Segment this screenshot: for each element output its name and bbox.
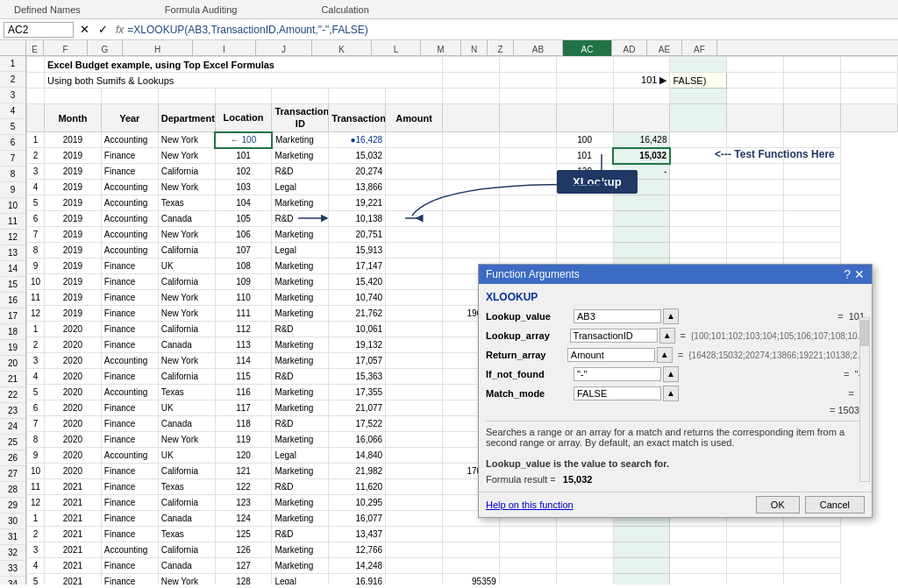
- dialog-row-lookup-value: Lookup_value ▲ = 101: [486, 308, 865, 324]
- row-num-33: 33: [0, 561, 25, 577]
- row-num-23: 23: [0, 403, 25, 419]
- row-num-25: 25: [0, 435, 25, 450]
- header-amount: Amount: [386, 104, 443, 132]
- header-txn-id: TransactionID: [272, 104, 329, 132]
- dialog-eq-match-mode: =: [848, 388, 853, 399]
- row-num-15: 15: [0, 277, 25, 293]
- dialog-input-lookup-array[interactable]: [570, 329, 658, 343]
- false-cell[interactable]: FALSE): [670, 73, 727, 89]
- dialog-input-match-mode[interactable]: [574, 386, 661, 400]
- col-header-J[interactable]: J: [256, 40, 312, 56]
- row-num-26: 26: [0, 450, 25, 466]
- col-header-AF[interactable]: AF: [682, 40, 717, 56]
- dialog-val-lookup-array: {100;101;102;103;104;105;106;107;108;10.…: [691, 331, 865, 341]
- dialog-input-btn-match-mode[interactable]: ▲: [663, 386, 679, 401]
- dialog-input-btn-if-not-found[interactable]: ▲: [663, 366, 679, 382]
- table-row: 3 2019 Finance California 102 R&D 20,274…: [27, 164, 898, 180]
- header-account: Transaction ID: [329, 104, 386, 132]
- dialog-close-btn[interactable]: ✕: [854, 268, 865, 280]
- function-arguments-dialog: Function Arguments ? ✕ XLOOKUP Lookup_va…: [478, 264, 873, 518]
- xlookup-box: XLookup: [557, 170, 638, 194]
- table-row: 5 2021 Finance New York 128 Legal 16,916…: [27, 574, 898, 585]
- dialog-ok-btn[interactable]: OK: [756, 496, 800, 514]
- row-num-27: 27: [0, 466, 25, 482]
- row-num-9: 9: [0, 182, 25, 198]
- dialog-eq-if-not-found: =: [844, 369, 849, 379]
- dialog-title-bar: Function Arguments ? ✕: [479, 265, 872, 284]
- col-header-H[interactable]: H: [123, 40, 193, 56]
- confirm-formula-btn[interactable]: ✓: [96, 22, 110, 37]
- dialog-label-if-not-found: If_not_found: [486, 369, 574, 379]
- table-row: 2 2021 Finance Texas 125 R&D 13,437: [27, 527, 898, 542]
- col-header-AE[interactable]: AE: [647, 40, 682, 56]
- header-month: Month: [45, 104, 102, 132]
- dialog-result-row: Formula result = 15,032: [486, 474, 865, 485]
- dialog-eq-return-array: =: [678, 350, 683, 360]
- dialog-help-link[interactable]: Help on this function: [486, 499, 574, 510]
- dialog-eq-lookup-array: =: [681, 330, 686, 341]
- ribbon-tab-calculation[interactable]: Calculation: [314, 3, 375, 17]
- col-header-I[interactable]: I: [193, 40, 256, 56]
- col-header-E[interactable]: E: [26, 40, 44, 56]
- dialog-description: Searches a range or an array for a match…: [486, 421, 865, 469]
- col-header-F[interactable]: F: [44, 40, 88, 56]
- dialog-input-btn-lookup-array[interactable]: ▲: [659, 328, 675, 344]
- dialog-input-btn-return-array[interactable]: ▲: [657, 347, 673, 363]
- col-header-AC[interactable]: AC: [563, 40, 612, 56]
- row-num-7: 7: [0, 151, 25, 166]
- ribbon-tab-defined-names[interactable]: Defined Names: [7, 3, 88, 17]
- table-row: 4 2021 Finance Canada 127 Marketing 14,2…: [27, 558, 898, 574]
- row-num-5: 5: [0, 119, 25, 135]
- row-spacer-test: [27, 89, 898, 104]
- name-box[interactable]: [4, 22, 74, 38]
- ribbon-tab-formula-auditing[interactable]: Formula Auditing: [158, 3, 245, 17]
- dialog-input-return-array[interactable]: [567, 348, 655, 362]
- row-num-31: 31: [0, 529, 25, 545]
- title-row-2: Using both Sumifs & Lookups 101 ▶ FALSE): [27, 73, 898, 89]
- row-num-29: 29: [0, 498, 25, 514]
- col-header-M[interactable]: M: [421, 40, 461, 56]
- title-text-1: Excel Budget example, using Top Excel Fo…: [45, 57, 443, 73]
- table-row: 7 2019 Accounting New York 106 Marketing…: [27, 227, 898, 243]
- row-num-17: 17: [0, 308, 25, 324]
- col-header-G[interactable]: G: [88, 40, 123, 56]
- table-row: 4 2019 Accounting New York 103 Legal 13,…: [27, 180, 898, 195]
- row-num-16: 16: [0, 293, 25, 308]
- cancel-formula-btn[interactable]: ✕: [77, 22, 92, 37]
- row-num-19: 19: [0, 340, 25, 356]
- subtotal-2021: 95359: [443, 574, 500, 585]
- table-row: 1 2019 Accounting New York ← 100 Marketi…: [27, 132, 898, 148]
- dialog-input-if-not-found[interactable]: [574, 367, 661, 381]
- test-label: <--- Test Functions Here: [715, 148, 835, 160]
- col-header-N[interactable]: N: [461, 40, 488, 56]
- row-num-18: 18: [0, 324, 25, 340]
- row-num-28: 28: [0, 482, 25, 498]
- row-num-10: 10: [0, 198, 25, 214]
- row-num-32: 32: [0, 545, 25, 561]
- dialog-cancel-btn[interactable]: Cancel: [805, 496, 865, 514]
- dialog-title-text: Function Arguments: [486, 268, 580, 280]
- dialog-row-lookup-array: Lookup_array ▲ = {100;101;102;103;104;10…: [486, 328, 865, 344]
- dialog-label-lookup-array: Lookup_array: [486, 330, 570, 341]
- col-header-AB[interactable]: AB: [514, 40, 563, 56]
- col-header-AD[interactable]: AD: [612, 40, 647, 56]
- col-header-K[interactable]: K: [312, 40, 372, 56]
- formula-bar: ✕ ✓ fx: [0, 19, 898, 40]
- formula-input[interactable]: [127, 24, 894, 36]
- dialog-row-return-array: Return_array ▲ = {16428;15032;20274;1386…: [486, 347, 865, 363]
- dialog-row-match-mode: Match_mode ▲ = 0: [486, 386, 865, 401]
- row-num-12: 12: [0, 230, 25, 245]
- dialog-input-btn-lookup-value[interactable]: ▲: [663, 308, 679, 324]
- col-header-L[interactable]: L: [372, 40, 421, 56]
- row-num-21: 21: [0, 372, 25, 387]
- dialog-overall-result: = 15032: [486, 405, 865, 415]
- row-num-1: 1: [0, 56, 25, 72]
- row-num-20: 20: [0, 356, 25, 372]
- dialog-input-lookup-value[interactable]: [574, 309, 661, 323]
- col-header-Z[interactable]: Z: [488, 40, 514, 56]
- row-num-6: 6: [0, 135, 25, 151]
- dialog-question-btn[interactable]: ?: [844, 268, 851, 280]
- row-num-4: 4: [0, 103, 25, 119]
- test-input-cell[interactable]: 101 ▶: [613, 73, 670, 89]
- row-num-14: 14: [0, 261, 25, 277]
